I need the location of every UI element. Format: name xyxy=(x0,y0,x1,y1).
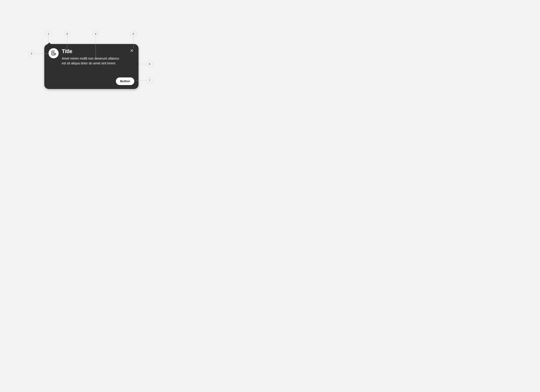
annotation-marker-3: 3 xyxy=(64,31,70,37)
leader-line xyxy=(136,80,146,81)
leader-line xyxy=(35,54,48,54)
popover-container: Title Amet minim mollit non deserunt ull… xyxy=(44,44,139,89)
action-button[interactable]: Button xyxy=(116,77,134,85)
annotation-marker-5: 5 xyxy=(130,31,136,37)
popover-title: Title xyxy=(62,49,122,55)
annotation-marker-7: 7 xyxy=(146,77,153,84)
edit-note-icon xyxy=(51,50,56,56)
diagram-stage: 1 2 3 4 5 6 7 xyxy=(0,0,180,131)
annotation-marker-4: 4 xyxy=(92,31,99,37)
close-icon xyxy=(130,49,134,53)
popover-media-icon-container xyxy=(49,48,59,58)
annotation-marker-6: 6 xyxy=(146,61,153,67)
annotation-marker-1: 1 xyxy=(45,31,52,37)
leader-line xyxy=(133,37,134,48)
popover-body: Title Amet minim mollit non deserunt ull… xyxy=(44,44,139,66)
popover-description: Amet minim mollit non deserunt ullamco e… xyxy=(62,56,122,66)
close-button[interactable] xyxy=(129,48,135,54)
arrow-tip-icon xyxy=(48,42,51,44)
annotation-marker-2: 2 xyxy=(28,50,35,57)
popover-text-column: Title Amet minim mollit non deserunt ull… xyxy=(62,48,122,66)
